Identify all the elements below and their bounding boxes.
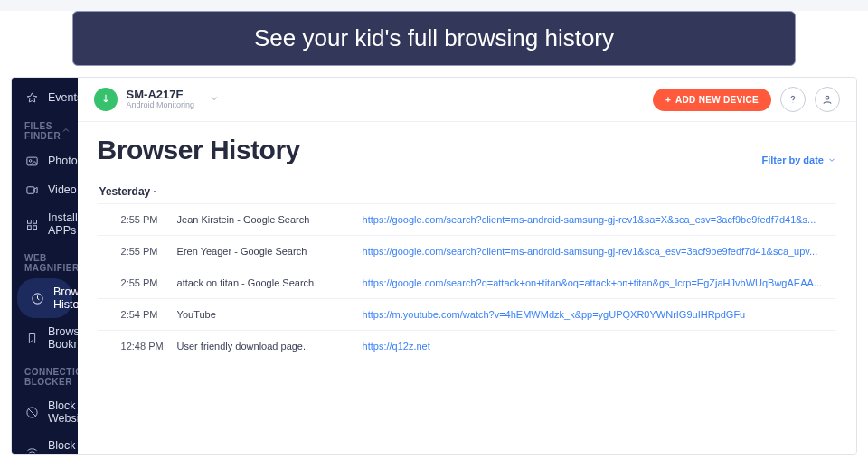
- svg-point-12: [793, 102, 794, 103]
- topbar: SM-A217F Android Monitoring + ADD NEW DE…: [78, 78, 856, 122]
- sidebar-item-label: Installed APPs: [48, 211, 78, 237]
- account-button[interactable]: [815, 87, 840, 112]
- history-title: Jean Kirstein - Google Search: [177, 214, 363, 225]
- add-device-button[interactable]: + ADD NEW DEVICE: [653, 89, 771, 111]
- filter-by-date[interactable]: Filter by date: [762, 155, 836, 165]
- filter-label: Filter by date: [762, 155, 824, 165]
- sidebar-section-title: WEB MAGNIFIER: [24, 253, 78, 273]
- history-title: Eren Yeager - Google Search: [177, 246, 363, 257]
- history-time: 2:55 PM: [105, 246, 177, 257]
- main-panel: SM-A217F Android Monitoring + ADD NEW DE…: [78, 78, 856, 454]
- history-url[interactable]: https://google.com/search?client=ms-andr…: [363, 214, 829, 225]
- history-table: 2:55 PMJean Kirstein - Google Searchhttp…: [98, 203, 836, 361]
- svg-point-1: [29, 159, 32, 162]
- sidebar-item-block-websites[interactable]: Block Websites: [12, 392, 78, 432]
- promo-banner-text: See your kid's full browsing history: [82, 24, 786, 52]
- sidebar-section-title: CONNECTION BLOCKER: [24, 367, 78, 387]
- history-url[interactable]: https://m.youtube.com/watch?v=4hEMWMdzk_…: [363, 309, 829, 320]
- table-row[interactable]: 2:54 PMYouTubehttps://m.youtube.com/watc…: [98, 298, 836, 330]
- sidebar-item-browser-bookmark[interactable]: Browser Bookmark: [12, 318, 78, 358]
- table-row[interactable]: 2:55 PMattack on titan - Google Searchht…: [98, 267, 836, 298]
- sidebar: Events FILES FINDER Photo Video Installe…: [12, 78, 78, 454]
- history-url[interactable]: https://q12z.net: [363, 341, 829, 352]
- sidebar-section-title: FILES FINDER: [24, 121, 61, 141]
- wifi-icon: [24, 445, 39, 454]
- sidebar-item-browser-history[interactable]: Browser History: [17, 278, 72, 318]
- page-title: Browser History: [98, 135, 300, 165]
- history-group-label: Yesterday -: [98, 180, 836, 203]
- sidebar-item-photo[interactable]: Photo: [12, 146, 78, 175]
- plus-icon: +: [665, 95, 671, 105]
- chevron-down-icon: [827, 155, 836, 164]
- table-row[interactable]: 2:55 PMJean Kirstein - Google Searchhttp…: [98, 203, 836, 235]
- history-title: YouTube: [177, 309, 363, 320]
- sidebar-item-label: Events: [48, 91, 78, 104]
- chevron-up-icon: [61, 125, 71, 137]
- device-subtitle: Android Monitoring: [127, 101, 195, 110]
- history-time: 2:55 PM: [105, 277, 177, 288]
- svg-point-13: [826, 96, 829, 99]
- sidebar-item-block-wifi[interactable]: Block Wi-Fi: [12, 432, 78, 454]
- star-icon: [24, 90, 39, 105]
- table-row[interactable]: 2:55 PMEren Yeager - Google Searchhttps:…: [98, 235, 836, 267]
- video-icon: [24, 183, 39, 197]
- chevron-down-icon[interactable]: [209, 91, 220, 108]
- history-url[interactable]: https://google.com/search?q=attack+on+ti…: [363, 277, 829, 288]
- sidebar-item-video[interactable]: Video: [12, 175, 78, 204]
- bookmark-icon: [24, 331, 39, 345]
- svg-rect-4: [33, 220, 36, 223]
- sidebar-section-connection-blocker[interactable]: CONNECTION BLOCKER: [12, 358, 78, 392]
- sidebar-item-label: Browser Bookmark: [48, 325, 78, 351]
- dashboard: Events FILES FINDER Photo Video Installe…: [11, 77, 857, 455]
- history-time: 2:54 PM: [105, 309, 177, 320]
- sidebar-section-web-magnifier[interactable]: WEB MAGNIFIER: [12, 244, 78, 278]
- block-website-icon: [24, 405, 39, 419]
- sidebar-item-label: Photo: [48, 155, 78, 167]
- add-device-label: ADD NEW DEVICE: [675, 95, 759, 105]
- sidebar-item-label: Block Websites: [48, 399, 78, 425]
- device-status-icon: [94, 88, 118, 111]
- history-title: User friendly download page.: [177, 341, 363, 352]
- apps-icon: [24, 217, 39, 231]
- photo-icon: [24, 154, 39, 168]
- sidebar-item-installed-apps[interactable]: Installed APPs: [12, 204, 78, 244]
- table-row[interactable]: 12:48 PMUser friendly download page.http…: [98, 330, 836, 361]
- sidebar-section-files-finder[interactable]: FILES FINDER: [12, 112, 78, 146]
- history-url[interactable]: https://google.com/search?client=ms-andr…: [363, 246, 829, 257]
- history-time: 12:48 PM: [105, 341, 177, 352]
- history-title: attack on titan - Google Search: [177, 277, 363, 288]
- svg-rect-2: [26, 186, 33, 193]
- help-button[interactable]: [780, 87, 806, 112]
- content-area: Browser History Filter by date Yesterday…: [78, 122, 856, 454]
- svg-rect-3: [27, 220, 31, 223]
- page-header: Browser History Filter by date: [98, 131, 836, 180]
- sidebar-item-events[interactable]: Events: [12, 83, 78, 112]
- sidebar-item-label: Block Wi-Fi: [48, 439, 76, 454]
- device-name: SM-A217F: [127, 89, 195, 101]
- device-selector[interactable]: SM-A217F Android Monitoring: [127, 89, 195, 110]
- sidebar-item-label: Browser History: [53, 286, 78, 311]
- history-time: 2:55 PM: [105, 214, 177, 225]
- promo-banner: See your kid's full browsing history: [72, 11, 796, 66]
- svg-rect-5: [27, 225, 31, 229]
- svg-rect-6: [33, 225, 36, 229]
- clock-icon: [30, 291, 44, 305]
- sidebar-item-label: Video: [48, 183, 77, 196]
